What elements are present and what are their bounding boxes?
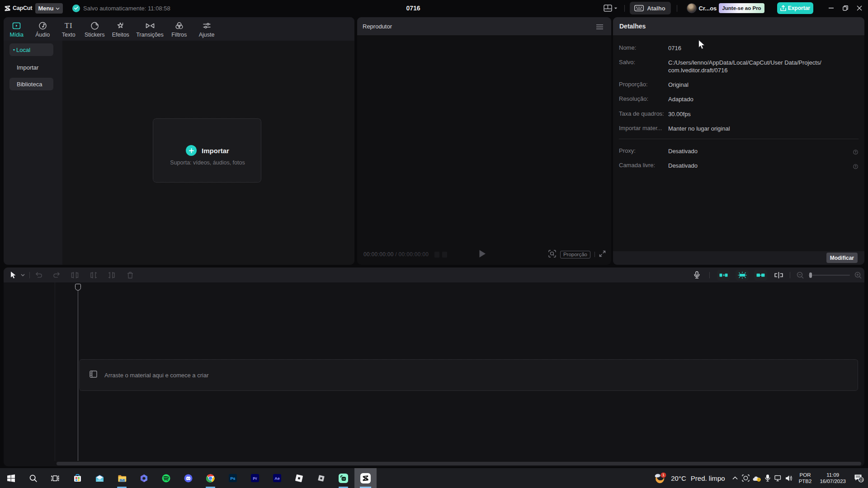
tab-texto[interactable]: TI Texto <box>56 17 82 41</box>
aspect-ratio-button[interactable]: Proporção <box>560 251 590 258</box>
taskbar-capcut[interactable] <box>354 468 377 488</box>
effects-icon <box>116 21 125 30</box>
preview-axis-icon[interactable] <box>717 270 730 281</box>
taskbar-file-explorer[interactable] <box>111 468 133 488</box>
zoom-slider[interactable] <box>808 275 850 276</box>
taskbar-discord[interactable] <box>177 468 199 488</box>
join-pro-badge[interactable]: Junte-se ao Pro <box>719 3 764 13</box>
action-center-button[interactable]: 23 <box>850 468 868 488</box>
tray-snip-icon[interactable] <box>741 468 751 488</box>
task-view-button[interactable] <box>44 468 66 488</box>
tab-efeitos[interactable]: Efeitos <box>108 17 134 41</box>
taskbar-aftereffects[interactable]: Ae <box>266 468 288 488</box>
undo-icon[interactable] <box>35 272 42 278</box>
export-button[interactable]: Exportar <box>777 2 813 14</box>
layout-icon <box>604 5 612 12</box>
timeline-divider <box>55 282 55 461</box>
magnetic-icon[interactable] <box>736 270 749 281</box>
close-button[interactable] <box>852 0 866 16</box>
select-tool-icon[interactable] <box>10 271 17 279</box>
shortcut-button[interactable]: Atalho <box>630 2 670 14</box>
frame-forward-icon[interactable] <box>442 251 448 258</box>
redo-icon[interactable] <box>53 272 60 278</box>
trash-icon[interactable] <box>127 272 134 279</box>
details-panel: Detalhes Nome: 0716 Salvo: C:/Users/lenn… <box>613 17 864 265</box>
tab-transicoes[interactable]: Transições <box>134 17 166 41</box>
select-tool-caret-icon[interactable] <box>21 274 25 277</box>
record-voice-icon[interactable] <box>694 271 700 279</box>
playhead-line <box>78 284 78 461</box>
start-button[interactable] <box>0 468 22 488</box>
delete-right-icon[interactable] <box>108 272 116 279</box>
user-account[interactable]: Cr...os Junte-se ao Pro <box>687 3 764 13</box>
plus-icon <box>186 145 197 156</box>
zoom-slider-handle[interactable] <box>809 272 812 278</box>
taskbar-roblox[interactable] <box>310 468 332 488</box>
split-icon[interactable] <box>71 272 79 279</box>
tab-midia[interactable]: Mídia <box>4 17 30 41</box>
help-icon[interactable] <box>853 163 858 171</box>
windows-logo-icon <box>7 474 15 482</box>
preview-quality-icon[interactable] <box>548 250 556 259</box>
weather-widget[interactable]: 1 20°C Pred. limpo <box>654 472 725 484</box>
tray-microphone-icon[interactable] <box>762 468 773 488</box>
taskbar-photoshop[interactable]: Ps <box>222 468 244 488</box>
tray-onedrive-alert-icon[interactable]: ! <box>751 468 762 488</box>
detail-row-salvo: Salvo: C:/Users/lenno/AppData/Local/CapC… <box>619 59 859 74</box>
tab-stickers[interactable]: Stickers <box>82 17 108 41</box>
tray-language[interactable]: POR PTB2 <box>795 472 816 484</box>
frame-backward-icon[interactable] <box>434 251 440 258</box>
taskbar-chrome[interactable] <box>199 468 222 488</box>
fullscreen-icon[interactable] <box>599 250 606 259</box>
timecode: 00:00:00:00 / 00:00:00:00 <box>363 251 429 258</box>
player-panel: Reprodutor 00:00:00:00 / 00:00:00:00 <box>357 17 611 265</box>
detail-label: Importar mater... <box>619 125 668 132</box>
help-icon[interactable] <box>853 148 858 156</box>
play-button[interactable] <box>479 249 486 260</box>
sidebar-item-local[interactable]: ▾ Local <box>9 43 53 56</box>
modify-button[interactable]: Modificar <box>826 253 858 263</box>
details-title: Detalhes <box>619 23 646 30</box>
restore-button[interactable] <box>838 0 852 16</box>
taskbar-premiere[interactable]: Pr <box>244 468 266 488</box>
detail-row-taxa: Taxa de quadros: 30.00fps <box>619 110 859 118</box>
player-menu-icon[interactable] <box>596 23 603 31</box>
tab-filtros[interactable]: Filtros <box>166 17 193 41</box>
timeline-body[interactable]: Arraste o material aqui e comece a criar <box>4 282 864 466</box>
detail-row-resolucao: Resolução: Adaptado <box>619 95 859 103</box>
delete-left-icon[interactable] <box>90 272 97 279</box>
import-dropzone[interactable]: Importar Suporta: vídeos, áudios, fotos <box>153 118 261 183</box>
media-sidebar: ▾ Local Importar Biblioteca <box>4 41 62 265</box>
taskbar-spotify[interactable] <box>155 468 177 488</box>
horizontal-scrollbar[interactable] <box>57 462 861 465</box>
timeline-dropzone[interactable]: Arraste o material aqui e comece a criar <box>79 359 858 391</box>
titlebar-separator <box>624 5 625 12</box>
sidebar-item-importar[interactable]: Importar <box>9 61 53 74</box>
detail-row-camada-livre: Camada livre: Desativado <box>619 162 859 169</box>
tray-chevron-up-icon[interactable] <box>730 468 741 488</box>
sidebar-item-biblioteca[interactable]: Biblioteca <box>9 78 53 90</box>
taskbar-search-button[interactable] <box>22 468 44 488</box>
tab-label: Ajuste <box>199 32 215 38</box>
zoom-out-icon[interactable] <box>797 272 804 279</box>
photoshop-icon: Ps <box>229 474 237 482</box>
taskbar-mail[interactable] <box>89 468 111 488</box>
layout-switch-button[interactable] <box>604 5 618 12</box>
tray-volume-icon[interactable] <box>784 468 795 488</box>
avatar <box>687 3 697 13</box>
tray-clock[interactable]: 11:09 16/07/2023 <box>816 472 850 484</box>
playhead-handle[interactable] <box>75 284 81 291</box>
linked-icon[interactable] <box>754 270 767 281</box>
zoom-in-icon[interactable] <box>854 272 862 279</box>
tab-audio[interactable]: Áudio <box>30 17 56 41</box>
taskbar-streamlabs[interactable] <box>332 468 354 488</box>
tab-label: Efeitos <box>112 32 129 38</box>
taskbar-store[interactable] <box>66 468 89 488</box>
tray-network-icon[interactable] <box>773 468 784 488</box>
taskbar-microsoft365[interactable] <box>133 468 155 488</box>
minimize-button[interactable] <box>824 0 838 16</box>
caret-down-icon: ▾ <box>13 48 15 52</box>
taskbar-roblox-studio[interactable] <box>288 468 310 488</box>
tab-ajuste[interactable]: Ajuste <box>192 17 221 41</box>
overwrite-mode-icon[interactable] <box>774 272 783 278</box>
